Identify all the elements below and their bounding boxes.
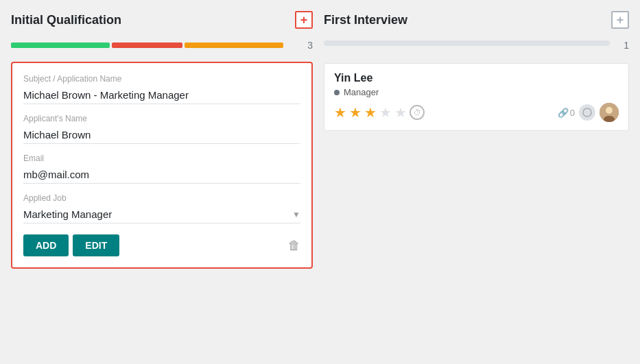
avatar-image: [600, 103, 619, 122]
form-buttons: ADD EDIT: [23, 234, 119, 256]
paperclip-icon: 🔗: [558, 108, 569, 118]
application-form-card: Subject / Application Name Applicant's N…: [11, 62, 313, 269]
applicant-field: Applicant's Name: [23, 114, 300, 144]
left-add-button[interactable]: +: [295, 11, 313, 29]
candidate-role-label: Manager: [344, 87, 379, 97]
left-count-badge: 3: [299, 40, 313, 51]
candidate-role-row: Manager: [334, 87, 619, 97]
right-count-badge: 1: [615, 40, 629, 51]
email-field: Email: [23, 154, 300, 184]
star-3[interactable]: ★: [364, 104, 377, 121]
right-add-button[interactable]: +: [611, 11, 629, 29]
star-4[interactable]: ★: [379, 104, 392, 121]
progress-segment-green: [11, 43, 110, 48]
right-progress-bar: [324, 40, 610, 46]
email-input[interactable]: [23, 166, 300, 184]
progress-segment-red: [112, 43, 182, 48]
applicant-label: Applicant's Name: [23, 114, 300, 123]
stars-area: ★ ★ ★ ★ ★ ⏱: [334, 104, 425, 121]
star-1[interactable]: ★: [334, 104, 346, 121]
star-5[interactable]: ★: [394, 104, 407, 121]
left-progress-row: 3: [11, 40, 313, 51]
applied-job-label: Applied Job: [23, 193, 300, 203]
activity-icon: [582, 108, 592, 117]
delete-icon[interactable]: 🗑: [288, 239, 300, 253]
svg-point-0: [583, 108, 591, 117]
subject-field: Subject / Application Name: [23, 74, 300, 104]
avatar[interactable]: [600, 103, 619, 122]
attachment-count: 0: [570, 108, 575, 118]
email-label: Email: [23, 154, 300, 163]
actions-area: 🔗 0: [558, 103, 619, 122]
subject-input[interactable]: [23, 86, 300, 104]
left-column: Initial Qualification + 3 Subject / Appl…: [11, 11, 313, 269]
left-column-header: Initial Qualification +: [11, 11, 313, 29]
candidate-name: Yin Lee: [334, 72, 619, 84]
form-actions: ADD EDIT 🗑: [23, 234, 300, 256]
applied-job-input[interactable]: [23, 206, 292, 223]
activity-button[interactable]: [579, 104, 595, 121]
dropdown-arrow-icon: ▼: [292, 210, 300, 219]
applicant-input[interactable]: [23, 126, 300, 144]
right-column: First Interview + 1 Yin Lee Manager ★ ★ …: [324, 11, 629, 131]
attachment-area[interactable]: 🔗 0: [558, 108, 575, 118]
candidate-card[interactable]: Yin Lee Manager ★ ★ ★ ★ ★ ⏱ 🔗 0: [324, 63, 629, 131]
subject-label: Subject / Application Name: [23, 74, 300, 84]
form-edit-button[interactable]: EDIT: [73, 234, 119, 256]
clock-icon[interactable]: ⏱: [410, 105, 425, 120]
right-column-header: First Interview +: [324, 11, 629, 29]
candidate-footer: ★ ★ ★ ★ ★ ⏱ 🔗 0: [334, 103, 619, 122]
svg-point-2: [606, 107, 613, 114]
progress-segment-yellow: [185, 43, 283, 48]
right-progress-row: 1: [324, 40, 629, 51]
right-column-title: First Interview: [324, 13, 407, 27]
applied-job-dropdown[interactable]: ▼: [23, 206, 300, 223]
form-add-button[interactable]: ADD: [23, 234, 69, 256]
applied-job-field: Applied Job ▼: [23, 193, 300, 223]
star-2[interactable]: ★: [349, 104, 362, 121]
left-progress-bar: [11, 43, 294, 48]
left-column-title: Initial Qualification: [11, 13, 121, 27]
role-dot-icon: [334, 90, 340, 95]
